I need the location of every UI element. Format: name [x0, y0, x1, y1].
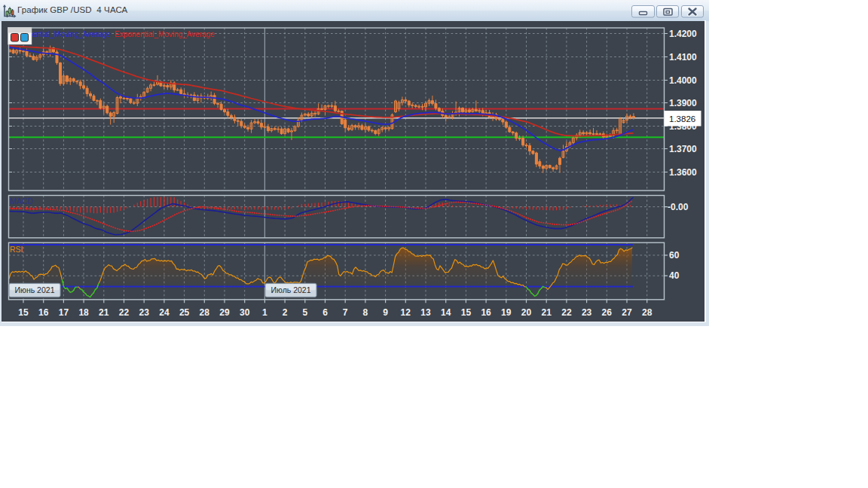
- svg-text:13: 13: [420, 307, 431, 318]
- svg-text:17: 17: [59, 307, 69, 318]
- svg-text:1.3826: 1.3826: [669, 114, 695, 124]
- svg-text:5: 5: [302, 307, 307, 318]
- svg-text:40: 40: [669, 270, 680, 281]
- svg-text:23: 23: [139, 307, 150, 318]
- svg-text:15: 15: [461, 307, 472, 318]
- svg-text:26: 26: [602, 307, 613, 318]
- svg-text:25: 25: [179, 307, 190, 318]
- svg-text:1.4100: 1.4100: [669, 52, 697, 63]
- svg-text:12: 12: [401, 307, 411, 318]
- svg-text:1.3700: 1.3700: [669, 144, 697, 154]
- svg-text:Exponential_Moving_Average: Exponential_Moving_Average: [115, 30, 215, 38]
- svg-text:16: 16: [481, 307, 491, 318]
- svg-text:18: 18: [78, 307, 89, 318]
- svg-text:ential_Moving_Average: ential_Moving_Average: [32, 30, 112, 38]
- svg-text:8: 8: [363, 307, 368, 318]
- svg-text:30: 30: [240, 307, 250, 318]
- svg-text:22: 22: [561, 307, 572, 318]
- svg-text:22: 22: [119, 307, 130, 318]
- svg-text:14: 14: [441, 307, 451, 318]
- svg-text:1.4000: 1.4000: [669, 75, 697, 86]
- svg-text:27: 27: [622, 307, 632, 318]
- svg-text:MACD: MACD: [10, 197, 33, 206]
- svg-text:20: 20: [521, 307, 532, 318]
- svg-text:19: 19: [501, 307, 512, 318]
- svg-text:1.3600: 1.3600: [669, 167, 697, 178]
- svg-text:1: 1: [262, 307, 267, 318]
- svg-text:29: 29: [219, 307, 230, 318]
- svg-text:Июнь 2021: Июнь 2021: [15, 285, 55, 294]
- svg-text:9: 9: [383, 307, 388, 318]
- svg-text:1.3900: 1.3900: [669, 98, 697, 108]
- svg-text:15: 15: [18, 307, 29, 318]
- svg-text:1.4200: 1.4200: [669, 29, 697, 39]
- svg-text:2: 2: [283, 307, 288, 318]
- svg-text:16: 16: [38, 307, 49, 318]
- svg-text:21: 21: [99, 307, 109, 318]
- svg-text:21: 21: [542, 307, 552, 318]
- svg-text:28: 28: [200, 307, 210, 318]
- svg-text:28: 28: [642, 307, 653, 318]
- svg-text:24: 24: [159, 307, 170, 318]
- svg-text:Июль 2021: Июль 2021: [270, 285, 310, 294]
- svg-text:6: 6: [322, 307, 328, 318]
- svg-text:7: 7: [343, 307, 348, 318]
- svg-text:-0.00: -0.00: [668, 202, 689, 212]
- svg-text:60: 60: [669, 250, 680, 261]
- svg-text:23: 23: [582, 307, 592, 318]
- svg-text:RSI: RSI: [10, 245, 23, 254]
